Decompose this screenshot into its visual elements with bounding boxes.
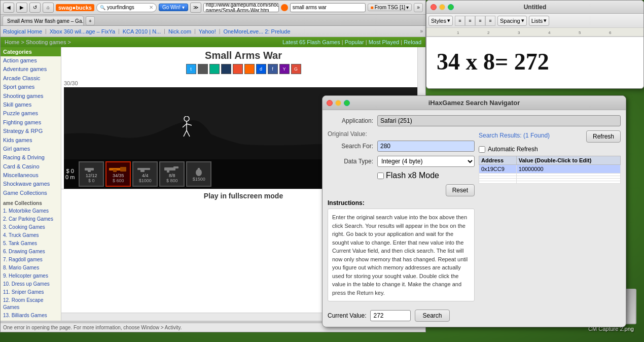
sidebar-item-racing[interactable]: Racing & Driving xyxy=(1,153,61,162)
sn-zoom-btn[interactable] xyxy=(344,100,350,106)
sidebar-item-card[interactable]: Card & Casino xyxy=(1,162,61,171)
weapon-slot-5[interactable]: $1500 xyxy=(186,161,211,187)
result-value[interactable]: 10000000 xyxy=(516,165,620,174)
share-icon2[interactable] xyxy=(209,64,220,74)
sidebar-coll-7[interactable]: 7. Ragdoll games xyxy=(1,256,61,264)
sidebar-item-sport[interactable]: Sport games xyxy=(1,83,61,91)
spacing-dropdown[interactable]: Spacing ▾ xyxy=(497,16,527,26)
weapon-slot-4[interactable]: 8/8 $ 800 xyxy=(159,161,185,187)
swag-search-bar[interactable]: 🔍 ✕ xyxy=(96,3,157,12)
sidebar-coll-10[interactable]: 10. Dress up Games xyxy=(1,280,61,288)
swag-search-input[interactable] xyxy=(107,5,148,10)
sidebar-item-misc[interactable]: Miscellaneous xyxy=(1,171,61,180)
sidebar-item-puzzle[interactable]: Puzzle games xyxy=(1,109,61,118)
popular-link[interactable]: Popular xyxy=(345,39,364,45)
go-win-button[interactable]: Go Win! ▾ xyxy=(159,4,188,11)
current-value-input[interactable] xyxy=(370,310,411,321)
address-bar[interactable]: http://www.gamepuma.com/shooting-games/S… xyxy=(203,3,279,12)
toolbar-extend-button[interactable]: » xyxy=(414,3,423,12)
bookmarks-extend[interactable]: » xyxy=(420,28,423,34)
yahoo-icon[interactable]: Y xyxy=(279,64,290,74)
sidebar-item-strategy[interactable]: Strategy & RPG xyxy=(1,127,61,135)
sidebar-coll-9[interactable]: 9. Helicopter games xyxy=(1,272,61,280)
bookmark-xbox[interactable]: Xbox 360 wil...age – FixYa xyxy=(50,28,115,35)
sidebar-coll-3[interactable]: 3. Cooking Games xyxy=(1,223,61,231)
search-button[interactable]: Search xyxy=(415,310,449,322)
most-played-link[interactable]: Most Played xyxy=(369,39,400,45)
sidebar-item-girl[interactable]: Girl games xyxy=(1,145,61,153)
sidebar-coll-14[interactable]: 14. Basketball Games xyxy=(1,320,61,321)
sidebar-coll-11[interactable]: 11. Sniper Games xyxy=(1,288,61,296)
facebook-icon[interactable]: f xyxy=(268,64,278,74)
lists-dropdown[interactable]: Lists ▾ xyxy=(529,16,550,26)
from-tsg-button[interactable]: ■ From TSG [1] ▾ xyxy=(368,4,412,11)
google-icon[interactable]: G xyxy=(291,64,301,74)
reload-link[interactable]: Reload xyxy=(404,39,421,45)
styles-dropdown[interactable]: Styles ▾ xyxy=(428,16,453,26)
weapon-slot-1[interactable]: 12/12 $ 0 xyxy=(79,161,104,187)
sidebar-coll-1[interactable]: 1. Motorbike Games xyxy=(1,207,61,215)
forward-button[interactable]: ▶ xyxy=(16,3,27,13)
swagbucks-logo[interactable]: swag●bucks xyxy=(56,4,94,11)
expand-button[interactable]: ≫ xyxy=(190,3,201,13)
twitter-icon[interactable]: t xyxy=(186,64,196,74)
bookmark-yahoo[interactable]: Yahoo! xyxy=(199,28,216,35)
sidebar-coll-12[interactable]: 12. Room Escape Games xyxy=(1,296,61,312)
bookmark-kca[interactable]: KCA 2010 | N... xyxy=(123,28,161,35)
zoom-btn[interactable] xyxy=(448,4,454,10)
weapon-slot-2[interactable]: 34/35 $ 600 xyxy=(105,161,131,187)
sidebar-item-adventure[interactable]: Adventure games xyxy=(1,65,61,74)
sidebar-item-action[interactable]: Action games xyxy=(1,56,61,65)
sidebar-coll-5[interactable]: 5. Tank Games xyxy=(1,240,61,248)
table-row[interactable]: 0x19CC9 10000000 xyxy=(479,165,621,174)
sidebar-coll-4[interactable]: 4. Truck Games xyxy=(1,231,61,240)
sidebar-item-kids[interactable]: Kids games xyxy=(1,136,61,145)
bookmark-onemorelevels[interactable]: OneMoreLeve... 2: Prelude xyxy=(223,28,290,35)
game-title: Small Arms War xyxy=(64,50,423,61)
bookmark-nick[interactable]: Nick.com xyxy=(168,28,191,35)
share-icon3[interactable] xyxy=(221,64,231,74)
svg-point-7 xyxy=(184,116,189,121)
align-left-btn[interactable]: ≡ xyxy=(455,16,465,26)
new-tab-button[interactable]: + xyxy=(86,16,95,25)
sidebar-item-collections[interactable]: Game Collections xyxy=(1,189,61,197)
search-for-input[interactable] xyxy=(377,141,475,152)
flash-mode-checkbox[interactable] xyxy=(377,173,384,179)
align-right-btn[interactable]: ≡ xyxy=(475,16,485,26)
share-icon4[interactable] xyxy=(233,64,243,74)
home-button[interactable]: ⌂ xyxy=(43,3,54,13)
clear-search-icon[interactable]: ✕ xyxy=(149,5,153,10)
sidebar-item-skill[interactable]: Skill games xyxy=(1,100,61,109)
digg-icon[interactable]: d xyxy=(256,64,266,74)
align-center-btn[interactable]: ≡ xyxy=(465,16,475,26)
back-button[interactable]: ◀ xyxy=(3,3,14,13)
application-input[interactable] xyxy=(377,115,621,126)
refresh-button[interactable]: ↺ xyxy=(29,3,41,13)
auto-refresh-checkbox[interactable] xyxy=(479,146,485,153)
latest-link[interactable]: Latest 65 Flash Games xyxy=(282,39,340,45)
sn-close-btn[interactable] xyxy=(327,100,333,106)
close-btn[interactable] xyxy=(431,4,437,10)
auto-refresh-label: Automatic Refresh xyxy=(488,146,538,153)
active-tab[interactable]: Small Arms War flash game – Ga... xyxy=(3,16,84,25)
weapon-slot-3[interactable]: 4/4 $1000 xyxy=(132,161,158,187)
sn-minimize-btn[interactable] xyxy=(335,100,341,106)
bookmark-rslogical[interactable]: Rslogical Home xyxy=(3,28,42,35)
sidebar-item-shockwave[interactable]: Shockwave games xyxy=(1,180,61,188)
share-icon5[interactable] xyxy=(244,64,255,74)
share-icon1[interactable] xyxy=(198,64,208,74)
document-content[interactable]: 34 x 8= 272 xyxy=(426,37,643,86)
sidebar-coll-13[interactable]: 13. Billiards Games xyxy=(1,312,61,320)
search-bar[interactable]: small arms war xyxy=(290,3,366,12)
sidebar-coll-6[interactable]: 6. Drawing Games xyxy=(1,248,61,256)
sidebar-coll-2[interactable]: 2. Car Parking Games xyxy=(1,215,61,223)
minimize-btn[interactable] xyxy=(439,4,445,10)
sidebar-item-shooting[interactable]: Shooting games xyxy=(1,92,61,100)
sidebar-coll-8[interactable]: 8. Mario Games xyxy=(1,264,61,272)
reset-button[interactable]: Reset xyxy=(446,184,475,196)
refresh-button[interactable]: Refresh xyxy=(586,130,621,143)
sidebar-item-arcade[interactable]: Arcade Classic xyxy=(1,74,61,83)
sidebar-item-fighting[interactable]: Fighting games xyxy=(1,118,61,127)
align-justify-btn[interactable]: ≡ xyxy=(485,16,495,26)
data-type-select[interactable]: Integer (4 byte) Integer (2 byte) Float … xyxy=(377,156,475,167)
